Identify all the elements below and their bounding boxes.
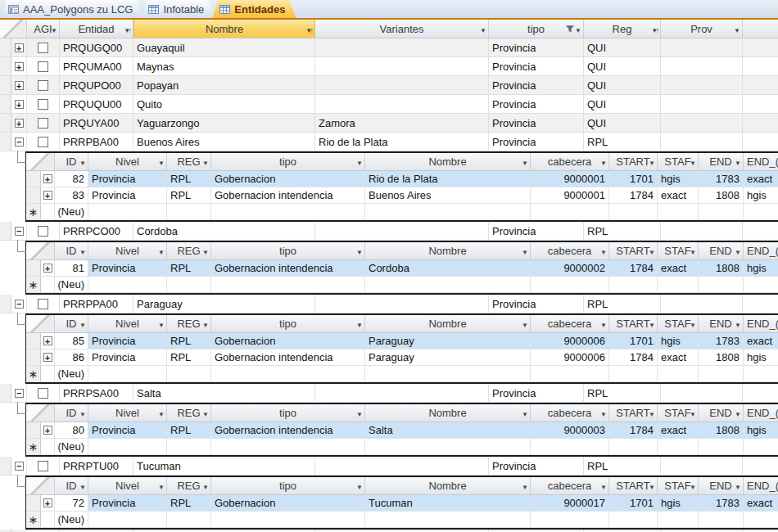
cell-nombre[interactable]: Yaguarzongo — [133, 114, 315, 132]
cell-nombre[interactable]: Buenos Aires — [133, 133, 315, 151]
row-margin[interactable] — [0, 76, 11, 94]
sub-select-all-corner[interactable] — [26, 242, 55, 259]
sub-column-header-end[interactable]: END▼ — [699, 242, 744, 259]
agi-checkbox[interactable] — [38, 61, 48, 72]
dropdown-icon[interactable]: ▼ — [158, 480, 165, 492]
sub-column-header-staf[interactable]: STAF▼ — [658, 153, 699, 170]
dropdown-icon[interactable]: ▼ — [356, 480, 363, 492]
sub-cell-id[interactable]: (Neu) — [55, 277, 88, 292]
cell-nombre[interactable]: Paraguay — [133, 295, 315, 313]
sub-cell-nombre[interactable] — [365, 512, 531, 527]
sub-cell-nombre[interactable] — [365, 366, 531, 381]
dropdown-icon[interactable]: ▼ — [522, 318, 528, 330]
cell-blank[interactable] — [743, 133, 778, 151]
tab-infotable[interactable]: Infotable — [141, 0, 215, 18]
expand-icon[interactable]: + — [15, 100, 24, 109]
dropdown-icon[interactable]: ▼ — [51, 23, 57, 35]
cell-tipo[interactable]: Provincia — [489, 114, 584, 132]
agi-cell[interactable] — [27, 384, 60, 402]
sub-cell-nivel[interactable]: Provincia — [88, 333, 167, 349]
sub-column-header-end[interactable]: END▼ — [699, 315, 744, 332]
sub-cell-reg[interactable] — [167, 366, 211, 381]
sub-row-selector[interactable] — [26, 187, 41, 203]
row-margin[interactable] — [0, 295, 11, 313]
cell-blank[interactable] — [743, 222, 778, 240]
sub-column-header-id[interactable]: ID▼ — [55, 477, 88, 494]
sub-cell-cabecera[interactable] — [531, 204, 609, 219]
cell-tipo[interactable]: Provincia — [489, 457, 584, 475]
sub-column-header-reg[interactable]: REG▼ — [167, 242, 211, 259]
cell-blank[interactable] — [743, 384, 778, 402]
sub-cell-tipo[interactable]: Gobernacion intendencia — [211, 187, 365, 203]
dropdown-icon[interactable]: ▼ — [158, 318, 165, 330]
select-all-corner[interactable] — [0, 20, 27, 38]
sub-column-header-id[interactable]: ID▼ — [55, 404, 88, 422]
cell-prov[interactable] — [661, 57, 743, 75]
cell-entidad[interactable]: PRRPSA00 — [60, 384, 133, 402]
sub-cell-staf[interactable]: hgis — [658, 495, 699, 511]
cell-entidad[interactable]: PRQUGQ00 — [60, 38, 133, 56]
agi-cell[interactable] — [27, 38, 60, 56]
sub-cell-start[interactable]: 1701 — [609, 495, 658, 511]
sub-column-header-staf[interactable]: STAF▼ — [658, 477, 699, 494]
collapse-icon[interactable]: − — [15, 389, 24, 398]
sub-cell-id[interactable]: 72 — [55, 495, 88, 511]
sub-cell-reg[interactable] — [167, 439, 211, 454]
expand-icon[interactable]: + — [43, 426, 52, 435]
sub-column-header-tipo[interactable]: tipo▼ — [211, 404, 365, 422]
sub-cell-start[interactable] — [609, 204, 658, 219]
dropdown-icon[interactable]: ▼ — [79, 480, 86, 492]
dropdown-icon[interactable]: ▼ — [522, 480, 528, 492]
sub-cell-nivel[interactable]: Provincia — [88, 171, 167, 187]
cell-nombre[interactable]: Cordoba — [133, 222, 315, 240]
sub-cell-reg[interactable]: RPL — [167, 349, 211, 365]
cell-entidad[interactable]: PRRPBA00 — [60, 133, 133, 151]
cell-prov[interactable] — [661, 114, 743, 132]
sub-cell-staf[interactable] — [658, 366, 699, 381]
sub-cell-id[interactable]: (Neu) — [55, 366, 88, 381]
cell-nombre[interactable]: Tucuman — [133, 457, 315, 475]
sub-cell-nivel[interactable] — [88, 277, 167, 292]
sub-cell-staf[interactable] — [658, 277, 699, 292]
sub-column-header-id[interactable]: ID▼ — [55, 153, 88, 170]
cell-blank[interactable] — [743, 76, 778, 94]
expand-icon[interactable]: + — [15, 81, 24, 90]
cell-prov[interactable] — [661, 384, 743, 402]
dropdown-icon[interactable]: ▼ — [79, 156, 86, 168]
sub-cell-reg[interactable] — [167, 512, 211, 527]
cell-prov[interactable] — [661, 38, 743, 56]
agi-cell[interactable] — [27, 57, 60, 75]
sub-column-header-end_q[interactable]: END_( — [744, 404, 778, 422]
sub-cell-staf[interactable]: hgis — [658, 171, 699, 187]
sub-cell-tipo[interactable]: Gobernacion — [211, 495, 365, 511]
sub-cell-tipo[interactable] — [211, 512, 365, 527]
sub-cell-staf[interactable]: exact — [658, 260, 699, 276]
sub-column-header-nivel[interactable]: Nivel▼ — [88, 315, 167, 332]
sub-column-header-start[interactable]: START▼ — [609, 153, 658, 170]
sub-cell-id[interactable]: 81 — [55, 260, 88, 276]
sub-cell-end_q[interactable] — [744, 366, 778, 381]
sub-row-selector[interactable] — [26, 260, 41, 276]
agi-cell[interactable] — [27, 76, 60, 94]
dropdown-icon[interactable]: ▼ — [735, 480, 741, 492]
sub-cell-nombre[interactable]: Cordoba — [365, 260, 531, 276]
agi-checkbox[interactable] — [38, 226, 48, 237]
dropdown-icon[interactable]: ▼ — [734, 23, 740, 35]
dropdown-icon[interactable]: ▼ — [356, 156, 363, 168]
sub-column-header-nombre[interactable]: Nombre▼ — [365, 477, 531, 494]
new-record-selector[interactable]: ∗ — [26, 439, 41, 454]
sub-cell-start[interactable]: 1784 — [609, 422, 658, 438]
sub-cell-reg[interactable]: RPL — [167, 171, 211, 187]
sub-cell-start[interactable] — [609, 512, 658, 527]
sub-cell-cabecera[interactable]: 9000001 — [531, 171, 609, 187]
sub-cell-end[interactable]: 1783 — [699, 333, 744, 349]
sub-cell-start[interactable] — [609, 439, 658, 454]
cell-nombre[interactable]: Salta — [133, 384, 315, 402]
sub-column-header-end[interactable]: END▼ — [699, 153, 744, 170]
sub-cell-tipo[interactable] — [211, 366, 365, 381]
sub-cell-cabecera[interactable]: 9000001 — [531, 187, 609, 203]
filter-icon[interactable]: ▼ — [566, 23, 581, 35]
agi-checkbox[interactable] — [38, 137, 48, 147]
sub-cell-tipo[interactable]: Gobernacion intendencia — [211, 349, 365, 365]
sub-cell-staf[interactable] — [658, 204, 699, 219]
